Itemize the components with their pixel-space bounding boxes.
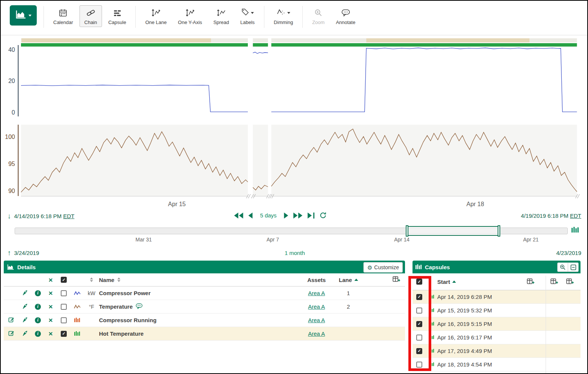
details-icon [7, 264, 14, 270]
rocket-icon[interactable] [22, 303, 28, 310]
capsule-checkbox[interactable] [416, 321, 422, 327]
row-checkbox[interactable] [61, 317, 67, 323]
step-back-full-button[interactable] [234, 213, 243, 219]
edit-icon[interactable] [8, 330, 15, 338]
collapse-panel-button[interactable] [568, 263, 578, 271]
step-back-half-button[interactable] [248, 213, 252, 219]
add-stat-column-icon[interactable] [550, 278, 558, 287]
item-name[interactable]: Hot Temperature [99, 330, 144, 337]
calendar-button[interactable]: Calendar [48, 5, 78, 27]
capsule-start-time: Apr 17, 2019 4:49 PM [437, 348, 580, 354]
dimming-button[interactable]: Dimming [269, 5, 298, 27]
name-column-header[interactable]: Name [99, 277, 114, 283]
edit-icon[interactable] [8, 317, 15, 324]
remove-all-icon[interactable]: × [48, 276, 52, 284]
rocket-icon[interactable] [22, 330, 28, 337]
capsule-row[interactable]: Apr 18, 2019 4:54 PM [412, 358, 580, 371]
capsule-checkbox[interactable] [416, 348, 422, 354]
item-name[interactable]: Compressor Running [99, 317, 156, 323]
customize-button[interactable]: ⚙ Customize [363, 262, 403, 273]
capsules-table-header: Start [412, 273, 580, 290]
gear-icon: ⚙ [367, 265, 372, 270]
investigate-end-date[interactable]: 4/23/2019 [556, 250, 581, 256]
svg-text:20: 20 [8, 78, 15, 84]
row-checkbox[interactable] [61, 331, 67, 337]
details-panel-title: Details [17, 264, 36, 270]
asset-link[interactable]: Area A [308, 303, 325, 310]
capsule-row[interactable]: Apr 16, 2019 5:15 PM [412, 317, 580, 331]
annotate-button[interactable]: Annotate [331, 5, 360, 27]
display-range-end[interactable]: 4/19/2019 6:18 PM EDT [521, 213, 581, 219]
add-property-column-icon[interactable] [566, 278, 574, 287]
timeline-tick-label: Mar 31 [135, 237, 152, 243]
lane-column-header[interactable]: Lane [339, 277, 352, 283]
capsule-row[interactable]: Apr 16, 2019 6:17 PM [412, 331, 580, 344]
table-row-compressor-running[interactable]: i × Compressor Running Area A [4, 314, 405, 327]
rocket-icon[interactable] [22, 317, 28, 324]
info-icon[interactable]: i [35, 317, 41, 323]
zoom-to-capsule-button[interactable] [558, 263, 568, 271]
rocket-icon[interactable] [22, 290, 28, 297]
assets-column-header[interactable]: Assets [307, 277, 326, 283]
table-row-compressor-power[interactable]: i × kW Compressor Power Area A 1 [4, 287, 405, 300]
sort-type-icon[interactable] [90, 277, 93, 282]
spread-button-label: Spread [213, 20, 229, 25]
item-name[interactable]: Temperature [99, 303, 133, 310]
asset-link[interactable]: Area A [308, 317, 325, 323]
timeline-tick-label: Apr 7 [267, 237, 279, 243]
add-column-icon[interactable] [527, 278, 535, 287]
item-name[interactable]: Compressor Power [99, 290, 151, 296]
table-row-temperature[interactable]: i × °F Temperature Area A 2 [4, 300, 405, 314]
comment-bubble-icon[interactable] [136, 303, 143, 310]
info-icon[interactable]: i [35, 304, 41, 310]
capsule-row[interactable]: Apr 14, 2019 6:28 PM [412, 290, 580, 304]
labels-button[interactable]: Labels [236, 5, 260, 27]
start-column-header[interactable]: Start [437, 279, 450, 285]
investigate-duration[interactable]: 1 month [1, 250, 588, 256]
start-timezone-link[interactable]: EDT [63, 213, 74, 219]
one-y-axis-button[interactable]: One Y-Axis [173, 5, 207, 27]
asset-link[interactable]: Area A [308, 330, 325, 337]
capsule-checkbox[interactable] [416, 362, 422, 368]
chevron-down-icon [28, 15, 32, 17]
sort-ascending-icon [452, 280, 456, 283]
end-timezone-link[interactable]: EDT [570, 213, 581, 219]
remove-icon[interactable]: × [48, 330, 52, 337]
timeline-capsules-icon[interactable] [572, 227, 579, 235]
one-y-axis-button-label: One Y-Axis [178, 20, 202, 25]
range-duration[interactable]: 5 days [260, 212, 276, 219]
add-column-icon[interactable] [393, 276, 400, 284]
step-forward-full-button[interactable] [294, 213, 303, 219]
capsule-checkbox[interactable] [416, 308, 422, 314]
select-all-capsules-checkbox[interactable] [416, 279, 422, 285]
remove-icon[interactable]: × [48, 303, 52, 310]
range-start-arrow-icon[interactable]: ↓ [8, 213, 11, 220]
capsule-checkbox[interactable] [416, 335, 422, 341]
sort-name-icon[interactable] [117, 277, 120, 282]
spread-button[interactable]: Spread [208, 5, 234, 27]
table-row-hot-temperature[interactable]: i × Hot Temperature Area A [4, 327, 405, 341]
capsule-row[interactable]: Apr 17, 2019 4:49 PM [412, 344, 580, 358]
chain-button[interactable]: Chain [80, 5, 102, 27]
asset-link[interactable]: Area A [308, 290, 325, 296]
timeline-selection-window[interactable] [407, 226, 499, 236]
zoom-button[interactable]: Zoom [307, 5, 329, 27]
info-icon[interactable]: i [35, 290, 41, 296]
capsule-button[interactable]: Capsule [104, 5, 131, 27]
auto-update-refresh-icon[interactable] [320, 212, 327, 219]
info-icon[interactable]: i [35, 331, 41, 337]
view-selector-button[interactable] [10, 5, 37, 26]
row-checkbox[interactable] [61, 304, 67, 310]
capsule-row[interactable]: Apr 15, 2019 5:32 PM [412, 304, 580, 317]
select-all-checkbox[interactable] [61, 277, 67, 283]
remove-icon[interactable]: × [48, 290, 52, 297]
row-checkbox[interactable] [61, 290, 67, 296]
step-forward-half-button[interactable] [284, 213, 288, 219]
trend-chart[interactable]: 402001009590Apr 15Apr 18 [1, 35, 588, 212]
display-range-start[interactable]: 4/14/2019 6:18 PM EDT [14, 213, 75, 219]
range-step-controls: 5 days [234, 212, 327, 219]
one-lane-button[interactable]: One Lane [140, 5, 171, 27]
remove-icon[interactable]: × [48, 317, 52, 324]
step-to-now-button[interactable] [308, 213, 315, 219]
capsule-checkbox[interactable] [416, 294, 422, 300]
